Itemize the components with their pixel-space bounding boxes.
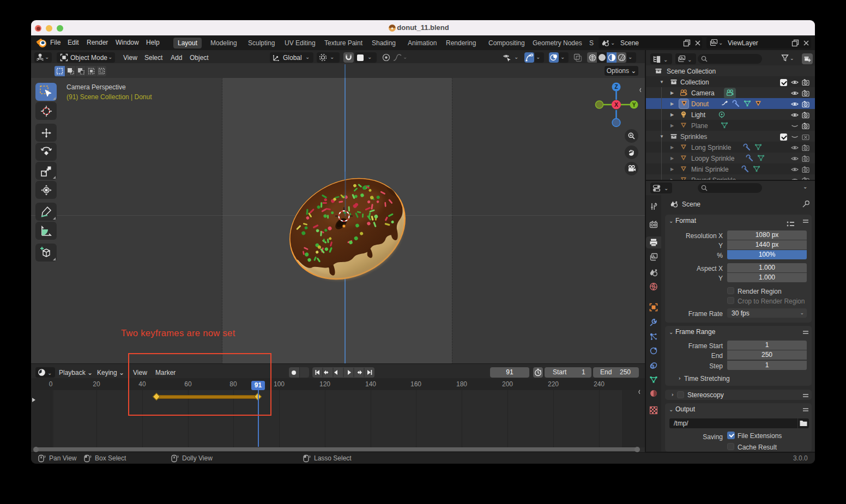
svg-text:Y: Y	[632, 102, 636, 108]
svg-text:Z: Z	[614, 84, 618, 90]
svg-text:X: X	[614, 101, 618, 108]
